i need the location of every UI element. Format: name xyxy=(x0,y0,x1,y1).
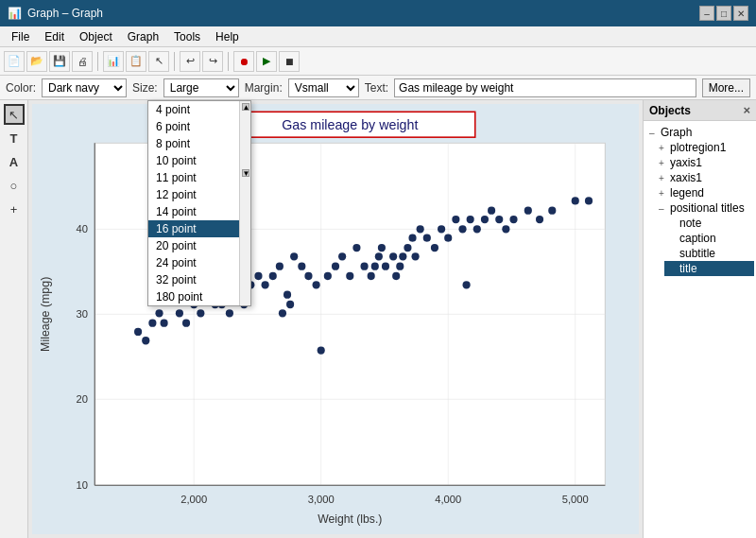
svg-point-78 xyxy=(463,281,471,288)
tree-graph-label: Graph xyxy=(661,126,692,139)
text-tool[interactable]: T xyxy=(4,128,25,148)
tree-caption-label: caption xyxy=(679,232,716,245)
tree-graph[interactable]: – Graph xyxy=(645,125,754,140)
svg-point-76 xyxy=(452,216,459,223)
size-dropdown-overlay: ▲ ▼ 4 point 6 point 8 point 10 point 11 … xyxy=(147,100,251,306)
svg-point-79 xyxy=(467,216,474,223)
size-14pt[interactable]: 14 point xyxy=(148,203,250,220)
tree-plotregion1-label: plotregion1 xyxy=(670,141,726,154)
close-button[interactable]: ✕ xyxy=(733,6,748,21)
svg-point-61 xyxy=(375,252,383,260)
circle-tool[interactable]: ○ xyxy=(4,175,25,196)
play-button[interactable]: ▶ xyxy=(256,51,277,72)
tree-positional-titles[interactable]: – positional titles xyxy=(655,200,754,216)
tree-xaxis1-label: xaxis1 xyxy=(670,171,702,184)
expand-plotregion1: + xyxy=(659,143,668,153)
new-button[interactable]: 📄 xyxy=(4,51,25,72)
size-20pt[interactable]: 20 point xyxy=(148,237,250,254)
menu-file[interactable]: File xyxy=(4,28,37,45)
size-24pt[interactable]: 24 point xyxy=(148,254,250,271)
tree-plotregion1[interactable]: + plotregion1 xyxy=(655,140,754,155)
objects-panel-close[interactable]: × xyxy=(743,103,750,117)
svg-point-68 xyxy=(404,244,411,252)
annotation-tool[interactable]: A xyxy=(4,151,25,172)
chart-button[interactable]: 📊 xyxy=(103,51,124,72)
copy-button[interactable]: 📋 xyxy=(126,51,146,72)
size-12pt[interactable]: 12 point xyxy=(148,186,250,203)
svg-point-73 xyxy=(431,244,438,252)
color-select[interactable]: Dark navy xyxy=(42,78,127,97)
margin-label: Margin: xyxy=(245,81,283,95)
svg-point-26 xyxy=(142,337,149,344)
size-8pt[interactable]: 8 point xyxy=(148,135,250,152)
menu-graph[interactable]: Graph xyxy=(120,28,166,45)
svg-text:40: 40 xyxy=(77,223,88,234)
svg-point-29 xyxy=(161,320,168,327)
menu-object[interactable]: Object xyxy=(72,28,120,45)
svg-point-49 xyxy=(298,263,305,270)
svg-point-48 xyxy=(290,252,298,260)
svg-point-64 xyxy=(389,252,397,260)
size-10pt[interactable]: 10 point xyxy=(148,152,250,169)
svg-text:4,000: 4,000 xyxy=(435,494,461,505)
title-bar-text: Graph – Graph xyxy=(27,7,103,20)
tree-subtitle-label: subtitle xyxy=(679,247,715,260)
size-180pt[interactable]: 180 point xyxy=(148,288,250,305)
svg-point-77 xyxy=(458,225,466,233)
objects-panel-header: Objects × xyxy=(644,100,756,121)
scroll-up[interactable]: ▲ xyxy=(242,103,249,111)
margin-select[interactable]: Vsmall xyxy=(288,78,359,97)
tree-yaxis1-label: yaxis1 xyxy=(670,156,702,169)
size-11pt[interactable]: 11 point xyxy=(148,169,250,186)
tree-subtitle[interactable]: subtitle xyxy=(664,246,754,261)
svg-point-71 xyxy=(417,225,424,233)
chart-svg: 10 20 30 40 2,000 3,000 4,000 5,000 Mile… xyxy=(32,104,639,534)
svg-point-67 xyxy=(399,252,406,260)
svg-text:5,000: 5,000 xyxy=(562,494,589,505)
pointer-button[interactable]: ↖ xyxy=(148,51,169,72)
size-32pt[interactable]: 32 point xyxy=(148,271,250,288)
size-16pt[interactable]: 16 point xyxy=(148,220,250,237)
more-button[interactable]: More... xyxy=(702,78,750,97)
text-input[interactable] xyxy=(394,78,696,97)
tree-yaxis1[interactable]: + yaxis1 xyxy=(655,155,754,170)
redo-button[interactable]: ↪ xyxy=(202,51,223,72)
size-select[interactable]: Large xyxy=(163,78,239,97)
main-content: ↖ T A ○ + 10 20 30 40 2,000 xyxy=(0,100,756,538)
scroll-down[interactable]: ▼ xyxy=(242,169,249,177)
save-button[interactable]: 💾 xyxy=(49,51,70,72)
svg-point-81 xyxy=(481,216,489,223)
tree-title-label: title xyxy=(679,262,697,275)
undo-button[interactable]: ↩ xyxy=(180,51,200,72)
svg-point-60 xyxy=(371,263,379,270)
svg-point-47 xyxy=(286,301,294,308)
menu-tools[interactable]: Tools xyxy=(166,28,208,45)
tree-note[interactable]: note xyxy=(664,216,754,231)
maximize-button[interactable]: □ xyxy=(716,6,731,21)
tree-legend[interactable]: + legend xyxy=(655,185,754,200)
svg-text:20: 20 xyxy=(77,393,88,405)
select-tool[interactable]: ↖ xyxy=(4,104,25,125)
tree-legend-label: legend xyxy=(670,186,704,200)
svg-point-44 xyxy=(276,263,284,270)
tree-xaxis1[interactable]: + xaxis1 xyxy=(655,170,754,185)
svg-point-42 xyxy=(262,281,269,288)
tree-caption[interactable]: caption xyxy=(664,231,754,246)
menu-help[interactable]: Help xyxy=(208,28,247,45)
crosshair-tool[interactable]: + xyxy=(4,199,25,219)
size-4pt[interactable]: 4 point xyxy=(148,101,250,118)
print-button[interactable]: 🖨 xyxy=(72,51,93,72)
size-6pt[interactable]: 6 point xyxy=(148,118,250,135)
record-button[interactable]: ⏺ xyxy=(233,51,254,72)
svg-point-89 xyxy=(572,197,579,204)
stop-button[interactable]: ⏹ xyxy=(279,51,300,72)
menu-edit[interactable]: Edit xyxy=(37,28,72,45)
tree-title[interactable]: title xyxy=(664,261,754,276)
open-button[interactable]: 📂 xyxy=(26,51,47,72)
svg-point-52 xyxy=(318,346,325,354)
svg-point-59 xyxy=(368,272,375,280)
svg-point-90 xyxy=(585,197,593,204)
minimize-button[interactable]: – xyxy=(699,6,714,21)
svg-point-41 xyxy=(254,272,262,280)
svg-text:3,000: 3,000 xyxy=(308,494,335,505)
